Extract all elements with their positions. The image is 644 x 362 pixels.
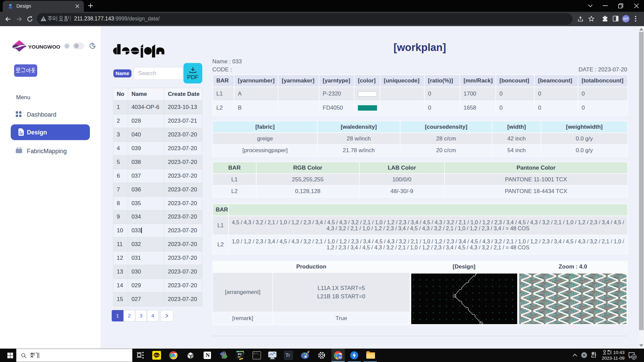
svg-text:PC: PC bbox=[238, 353, 242, 356]
svg-text:TALK: TALK bbox=[154, 354, 159, 356]
